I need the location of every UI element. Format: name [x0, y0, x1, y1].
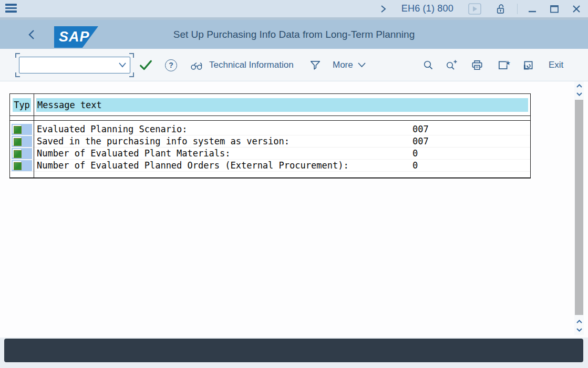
system-top-bar: EH6 (1) 800: [0, 0, 588, 17]
page-title: Set Up Purchasing Info Data from Long-Te…: [0, 20, 588, 49]
table-row[interactable]: Number of Evaluated Plant Materials:0: [10, 148, 530, 160]
close-icon[interactable]: [571, 4, 582, 14]
message-text: Evaluated Planning Scenario:: [37, 124, 188, 134]
system-controls: EH6 (1) 800: [378, 0, 588, 17]
row-message-cell: Evaluated Planning Scenario:007: [34, 123, 530, 135]
search-next-icon[interactable]: [445, 49, 458, 81]
filter-icon[interactable]: [310, 49, 321, 81]
more-label: More: [333, 60, 353, 70]
command-field-wrap: [19, 57, 130, 73]
table-spacer-row: [10, 116, 530, 121]
message-text: Number of Evaluated Plant Materials:: [37, 148, 230, 159]
row-type-cell: [10, 135, 34, 148]
message-text: Number of Evaluated Planned Orders (Exte…: [37, 160, 349, 171]
continue-play-icon[interactable]: [468, 3, 481, 15]
forward-chevron-icon[interactable]: [378, 4, 388, 14]
divider: [517, 4, 518, 14]
status-green-icon: [13, 137, 21, 145]
application-toolbar: ? Technical Information More ★: [0, 49, 588, 81]
message-text: Saved in the purchasing info system as v…: [37, 136, 290, 146]
scroll-down-icon[interactable]: [575, 90, 583, 98]
scrollbar-thumb[interactable]: [575, 100, 583, 315]
continue-check-button[interactable]: [139, 49, 153, 81]
help-icon[interactable]: ?: [165, 49, 177, 81]
unlocked-icon[interactable]: [495, 3, 507, 15]
status-green-icon: [13, 125, 21, 133]
glasses-icon: [190, 60, 203, 70]
message-table: Typ Message text Evaluated Planning Scen…: [9, 93, 531, 178]
message-value: 0: [412, 148, 418, 160]
scroll-up-icon[interactable]: [575, 82, 583, 90]
table-row[interactable]: Number of Evaluated Planned Orders (Exte…: [10, 160, 530, 172]
exit-label: Exit: [549, 60, 563, 70]
message-value: 007: [412, 135, 429, 148]
row-message-cell: Saved in the purchasing info system as v…: [34, 135, 530, 148]
status-green-icon: [13, 149, 21, 157]
scroll-down-icon-bottom[interactable]: [575, 326, 583, 333]
table-header-row: Typ Message text: [10, 94, 530, 116]
title-bar: SAP Set Up Purchasing Info Data from Lon…: [0, 17, 588, 49]
row-message-cell: Number of Evaluated Plant Materials:0: [34, 148, 530, 160]
search-icon[interactable]: [422, 49, 434, 81]
row-type-cell: [10, 148, 34, 160]
technical-information-button[interactable]: Technical Information: [190, 49, 294, 81]
technical-information-label: Technical Information: [209, 60, 294, 70]
row-message-cell: Number of Evaluated Planned Orders (Exte…: [34, 160, 530, 172]
message-value: 0: [412, 160, 418, 172]
report-output-area: Typ Message text Evaluated Planning Scen…: [0, 81, 588, 338]
column-header-message-text[interactable]: Message text: [34, 98, 530, 112]
row-type-cell: [10, 123, 34, 135]
status-green-icon: [13, 161, 21, 170]
column-header-typ[interactable]: Typ: [10, 98, 34, 112]
message-value: 007: [412, 123, 429, 135]
scroll-up-icon-bottom[interactable]: [575, 318, 583, 325]
status-bar: [4, 339, 583, 362]
table-row[interactable]: Evaluated Planning Scenario:007: [10, 123, 530, 135]
row-type-cell: [10, 160, 34, 172]
maximize-icon[interactable]: [549, 4, 560, 14]
system-session-label: EH6 (1) 800: [401, 3, 453, 14]
menu-icon[interactable]: [5, 4, 17, 14]
new-session-icon[interactable]: [522, 49, 534, 81]
command-field-input[interactable]: [19, 57, 130, 73]
vertical-scrollbar[interactable]: [574, 81, 584, 335]
print-icon[interactable]: [471, 49, 483, 81]
message-table-body: Evaluated Planning Scenario:007Saved in …: [10, 121, 530, 177]
table-row[interactable]: Saved in the purchasing info system as v…: [10, 135, 530, 148]
exit-button[interactable]: Exit: [549, 49, 563, 81]
generate-shortcut-icon[interactable]: ★: [497, 49, 509, 81]
more-menu-button[interactable]: More: [333, 49, 366, 81]
minimize-icon[interactable]: [527, 4, 538, 14]
